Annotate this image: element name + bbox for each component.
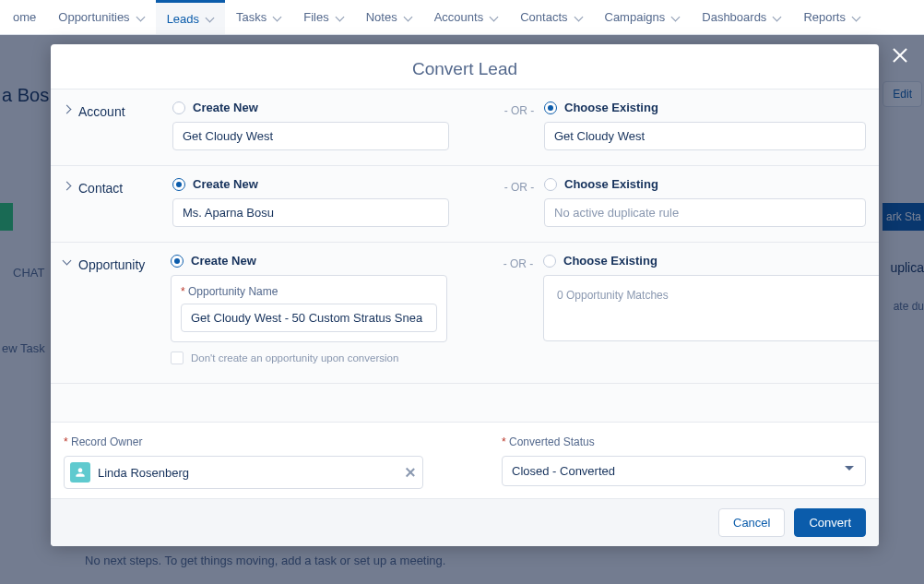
or-divider: - OR - <box>494 177 544 194</box>
modal-body: Account Create New Get Cloudy West - OR … <box>51 89 879 422</box>
chevron-down-icon <box>851 13 860 22</box>
chevron-down-icon <box>489 13 498 22</box>
section-account: Account Create New Get Cloudy West - OR … <box>51 89 879 166</box>
section-contact: Contact Create New Ms. Aparna Bosu - OR … <box>51 166 879 243</box>
chevron-down-icon <box>772 13 781 22</box>
clear-icon[interactable] <box>404 466 417 479</box>
nav-campaigns[interactable]: Campaigns <box>594 0 692 34</box>
modal-footer: Cancel Convert <box>51 498 879 546</box>
contact-create-new-radio-row[interactable]: Create New <box>172 177 494 191</box>
nav-files[interactable]: Files <box>292 0 354 34</box>
converted-status-select[interactable]: Closed - Converted <box>502 456 866 486</box>
chevron-down-icon <box>670 13 680 22</box>
account-choose-input[interactable]: Get Cloudy West <box>544 122 866 150</box>
close-icon[interactable] <box>889 44 911 66</box>
chevron-right-icon <box>64 106 73 115</box>
converted-status-label: * Converted Status <box>502 435 866 448</box>
chevron-right-icon <box>64 183 73 192</box>
account-create-new-radio-row[interactable]: Create New <box>172 101 494 114</box>
radio-icon[interactable] <box>171 255 184 268</box>
cancel-button[interactable]: Cancel <box>718 508 785 537</box>
or-divider: - OR - <box>493 254 543 270</box>
section-opportunity: Opportunity Create New * Opportunity Nam… <box>51 243 879 384</box>
radio-icon[interactable] <box>543 255 556 268</box>
checkbox-icon[interactable] <box>171 352 184 364</box>
record-owner-value: Linda Rosenberg <box>98 466 397 480</box>
nav-contacts[interactable]: Contacts <box>509 0 593 34</box>
user-icon <box>70 462 90 483</box>
chevron-down-icon <box>205 14 214 23</box>
nav-accounts[interactable]: Accounts <box>423 0 509 34</box>
chevron-down-icon <box>845 466 856 477</box>
record-owner-label: * Record Owner <box>64 435 428 448</box>
section-label-contact[interactable]: Contact <box>64 177 165 227</box>
nav-reports[interactable]: Reports <box>792 0 871 34</box>
section-label-opportunity[interactable]: Opportunity <box>64 254 163 364</box>
opportunity-matches-box[interactable]: 0 Opportunity Matches <box>543 275 879 341</box>
chevron-down-icon <box>272 13 281 22</box>
opportunity-create-box: * Opportunity Name Get Cloudy West - 50 … <box>171 275 447 342</box>
chevron-down-icon <box>574 13 583 22</box>
nav-notes[interactable]: Notes <box>355 0 423 34</box>
radio-icon[interactable] <box>544 178 557 191</box>
chevron-down-icon <box>64 259 73 268</box>
account-create-input[interactable]: Get Cloudy West <box>172 122 449 150</box>
contact-create-input[interactable]: Ms. Aparna Bosu <box>172 198 449 227</box>
account-choose-existing-radio-row[interactable]: Choose Existing <box>544 101 866 114</box>
convert-lead-modal: Convert Lead Account Create New Get Clou… <box>51 44 879 546</box>
or-divider: - OR - <box>494 101 544 117</box>
contact-choose-existing-radio-row[interactable]: Choose Existing <box>544 177 866 191</box>
opportunity-choose-existing-radio-row[interactable]: Choose Existing <box>543 254 866 268</box>
section-label-account[interactable]: Account <box>64 101 165 150</box>
radio-icon[interactable] <box>544 101 557 114</box>
convert-button[interactable]: Convert <box>794 508 866 537</box>
nav-tasks[interactable]: Tasks <box>225 0 292 34</box>
opportunity-name-label: * Opportunity Name <box>181 285 437 298</box>
chevron-down-icon <box>403 13 412 22</box>
nav-leads[interactable]: Leads <box>156 0 225 34</box>
contact-choose-input[interactable]: No active duplicate rule <box>544 198 866 227</box>
radio-icon[interactable] <box>172 178 185 191</box>
top-nav: ome Opportunities Leads Tasks Files Note… <box>0 0 924 35</box>
radio-icon[interactable] <box>172 101 185 114</box>
chevron-down-icon <box>136 13 145 22</box>
converted-status-value: Closed - Converted <box>512 464 615 478</box>
nav-opportunities[interactable]: Opportunities <box>47 0 155 34</box>
nav-home[interactable]: ome <box>2 0 47 34</box>
opportunity-name-input[interactable]: Get Cloudy West - 50 Custom Stratus Snea <box>181 304 437 332</box>
chevron-down-icon <box>335 13 344 22</box>
record-owner-row: * Record Owner Linda Rosenberg * Convert… <box>51 422 879 498</box>
record-owner-input[interactable]: Linda Rosenberg <box>64 456 423 489</box>
opportunity-create-new-radio-row[interactable]: Create New <box>171 254 493 268</box>
modal-title: Convert Lead <box>51 44 879 89</box>
nav-dashboards[interactable]: Dashboards <box>691 0 792 34</box>
dont-create-opportunity-checkbox-row[interactable]: Don't create an opportunity upon convers… <box>171 352 493 364</box>
